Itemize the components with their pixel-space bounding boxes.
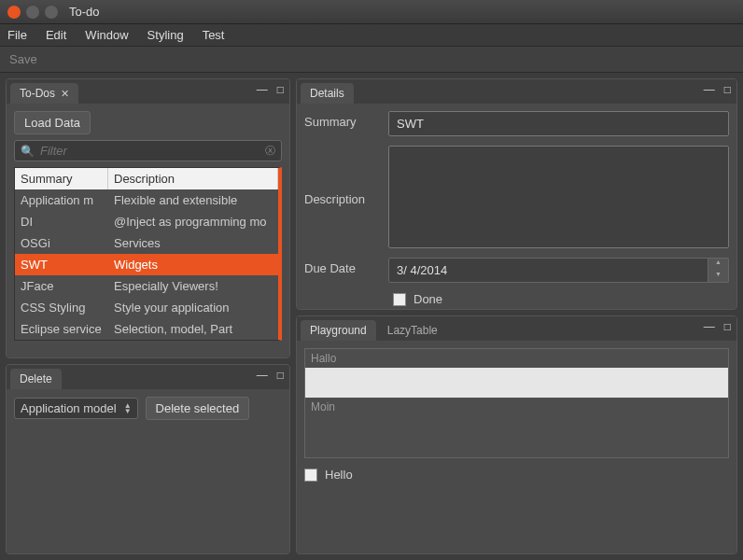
- table-row[interactable]: Application m Flexible and extensible: [15, 189, 278, 211]
- panel-minimize-icon[interactable]: —: [704, 83, 715, 96]
- tab-playground-label: Playground: [310, 324, 367, 337]
- table-row[interactable]: OSGi Services: [15, 232, 278, 254]
- menubar: File Edit Window Styling Test: [0, 24, 743, 47]
- panel-playground: Playground LazyTable — □ Hallo Moin: [296, 315, 737, 554]
- table-row[interactable]: Eclipse service Selection, model, Part: [15, 318, 278, 340]
- panel-maximize-icon[interactable]: □: [724, 83, 731, 96]
- window-minimize-icon[interactable]: [26, 6, 39, 19]
- menu-file[interactable]: File: [7, 28, 27, 42]
- tab-delete[interactable]: Delete: [10, 369, 62, 389]
- label-description: Description: [304, 189, 379, 206]
- tab-lazytable[interactable]: LazyTable: [378, 320, 447, 341]
- window-title: To-do: [69, 5, 100, 19]
- chevron-up-icon[interactable]: ▲: [708, 259, 728, 271]
- date-stepper[interactable]: ▲ ▼: [708, 258, 729, 283]
- menu-edit[interactable]: Edit: [46, 28, 66, 42]
- tab-todos[interactable]: To-Dos ✕: [10, 83, 78, 104]
- delete-selected-button[interactable]: Delete selected: [146, 397, 250, 420]
- delete-spinner[interactable]: Application model ▲ ▼: [14, 398, 138, 419]
- label-summary: Summary: [304, 111, 379, 129]
- filter-input[interactable]: [40, 144, 259, 158]
- table-header: Summary Description: [15, 168, 278, 189]
- panel-todos: To-Dos ✕ — □ Load Data 🔍 ⓧ: [6, 78, 290, 358]
- clear-icon[interactable]: ⓧ: [265, 144, 275, 158]
- close-icon[interactable]: ✕: [61, 88, 69, 100]
- titlebar: To-do: [0, 0, 743, 24]
- panel-maximize-icon[interactable]: □: [277, 83, 284, 96]
- chevron-down-icon[interactable]: ▼: [124, 409, 132, 414]
- hello-checkbox[interactable]: [304, 469, 317, 482]
- tab-delete-label: Delete: [20, 372, 52, 385]
- panel-minimize-icon[interactable]: —: [704, 320, 715, 333]
- tab-lazytable-label: LazyTable: [387, 324, 438, 337]
- workspace: To-Dos ✕ — □ Load Data 🔍 ⓧ: [0, 73, 743, 560]
- panel-details: Details — □ Summary Description Due Date: [296, 78, 737, 310]
- playground-list[interactable]: Hallo Moin: [304, 348, 729, 458]
- todos-table[interactable]: Summary Description Application m Flexib…: [14, 167, 282, 341]
- table-row[interactable]: CSS Styling Style your application: [15, 297, 278, 318]
- table-row[interactable]: JFace Especially Viewers!: [15, 275, 278, 297]
- menu-test[interactable]: Test: [203, 28, 225, 42]
- done-checkbox[interactable]: [393, 293, 406, 306]
- spinner-value: Application model: [21, 401, 117, 415]
- window-maximize-icon[interactable]: [45, 6, 58, 19]
- search-icon: 🔍: [21, 145, 35, 158]
- menu-window[interactable]: Window: [85, 28, 128, 42]
- label-duedate: Due Date: [304, 258, 379, 275]
- list-item[interactable]: Hallo: [305, 349, 728, 368]
- panel-maximize-icon[interactable]: □: [724, 320, 731, 333]
- summary-input[interactable]: [388, 111, 729, 136]
- toolbar: Save: [0, 47, 743, 73]
- label-done: Done: [414, 292, 442, 306]
- panel-delete: Delete — □ Application model ▲ ▼: [6, 364, 290, 554]
- tab-details-label: Details: [310, 87, 344, 100]
- table-row[interactable]: DI @Inject as programming mo: [15, 211, 278, 232]
- tab-details[interactable]: Details: [301, 83, 354, 104]
- chevron-down-icon[interactable]: ▼: [708, 271, 728, 283]
- toolbar-save[interactable]: Save: [9, 52, 37, 66]
- col-description[interactable]: Description: [108, 168, 278, 189]
- tab-todos-label: To-Dos: [20, 87, 55, 100]
- description-textarea[interactable]: [388, 146, 729, 248]
- panel-minimize-icon[interactable]: —: [257, 369, 268, 382]
- filter-field[interactable]: 🔍 ⓧ: [14, 140, 282, 161]
- panel-minimize-icon[interactable]: —: [257, 83, 268, 96]
- panel-maximize-icon[interactable]: □: [277, 369, 284, 382]
- tab-playground[interactable]: Playground: [301, 320, 376, 341]
- col-summary[interactable]: Summary: [15, 168, 108, 189]
- load-data-button[interactable]: Load Data: [14, 111, 91, 134]
- window-close-icon[interactable]: [7, 6, 21, 19]
- hello-label: Hello: [325, 468, 353, 482]
- list-item[interactable]: Moin: [305, 398, 728, 416]
- duedate-input[interactable]: [388, 258, 708, 283]
- table-row[interactable]: SWT Widgets: [15, 254, 278, 275]
- list-item[interactable]: [305, 368, 728, 398]
- menu-styling[interactable]: Styling: [147, 28, 184, 42]
